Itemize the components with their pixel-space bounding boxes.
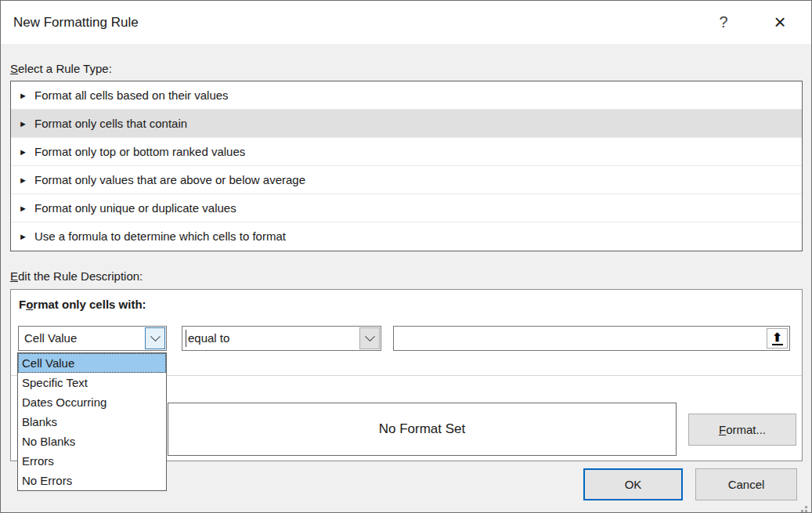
arrow-right-icon: ► bbox=[19, 139, 34, 166]
combobox-dropdown-button[interactable] bbox=[359, 327, 380, 349]
dropdown-option-errors[interactable]: Errors bbox=[18, 451, 166, 471]
arrow-right-icon: ► bbox=[19, 195, 34, 222]
rule-type-item-above-below-avg[interactable]: ►Format only values that are above or be… bbox=[11, 166, 802, 194]
title-bar: New Formatting Rule ? × bbox=[1, 1, 811, 44]
chevron-down-icon bbox=[150, 331, 161, 341]
close-icon: × bbox=[774, 10, 785, 34]
arrow-right-icon: ► bbox=[19, 110, 34, 138]
collapse-dialog-button[interactable]: ⬆ bbox=[767, 328, 788, 349]
operator-combobox[interactable]: equal to bbox=[182, 326, 381, 351]
text-caret bbox=[186, 330, 186, 347]
dropdown-option-blanks[interactable]: Blanks bbox=[18, 412, 166, 432]
rule-type-item-cells-values[interactable]: ►Format all cells based on their values bbox=[11, 81, 802, 110]
dropdown-option-cell-value[interactable]: Cell Value bbox=[18, 353, 166, 373]
rule-type-item-top-bottom[interactable]: ►Format only top or bottom ranked values bbox=[11, 138, 802, 166]
rule-type-item-formula[interactable]: ►Use a formula to determine which cells … bbox=[11, 222, 802, 251]
format-button[interactable]: Format... bbox=[688, 414, 796, 446]
dropdown-option-dates-occurring[interactable]: Dates Occurring bbox=[18, 392, 166, 412]
select-rule-type-label: Select a Rule Type: bbox=[10, 62, 112, 75]
dropdown-option-specific-text[interactable]: Specific Text bbox=[18, 373, 166, 392]
rule-value-input[interactable]: ⬆ bbox=[393, 326, 790, 351]
combobox-dropdown-button[interactable] bbox=[145, 327, 165, 349]
rule-type-list: ►Format all cells based on their values … bbox=[10, 81, 803, 251]
resize-grip[interactable] bbox=[805, 506, 807, 508]
rule-type-item-unique-duplicate[interactable]: ►Format only unique or duplicate values bbox=[11, 194, 802, 222]
collapse-dialog-icon-bar bbox=[772, 344, 783, 345]
cell-value-dropdown-list: Cell Value Specific Text Dates Occurring… bbox=[17, 352, 167, 491]
cell-value-type-combobox[interactable]: Cell Value bbox=[18, 326, 167, 351]
collapse-dialog-icon: ⬆ bbox=[772, 332, 782, 343]
dropdown-option-no-blanks[interactable]: No Blanks bbox=[18, 432, 166, 451]
combobox-value: Cell Value bbox=[24, 327, 77, 350]
help-icon: ? bbox=[719, 13, 727, 31]
chevron-down-icon bbox=[365, 331, 375, 341]
ok-button[interactable]: OK bbox=[583, 468, 683, 500]
combobox-value: equal to bbox=[188, 327, 229, 350]
preview-text: No Format Set bbox=[379, 421, 466, 437]
arrow-right-icon: ► bbox=[19, 223, 34, 251]
cancel-button[interactable]: Cancel bbox=[695, 468, 797, 500]
dialog-title: New Formatting Rule bbox=[13, 1, 139, 44]
rule-type-item-cells-contain[interactable]: ►Format only cells that contain bbox=[11, 110, 802, 138]
new-formatting-rule-dialog: New Formatting Rule ? × Select a Rule Ty… bbox=[0, 0, 812, 513]
help-button[interactable]: ? bbox=[706, 1, 741, 44]
close-button[interactable]: × bbox=[763, 1, 797, 44]
format-preview-box: No Format Set bbox=[168, 403, 677, 456]
edit-rule-description-label: Edit the Rule Description: bbox=[10, 269, 143, 283]
arrow-right-icon: ► bbox=[19, 167, 34, 194]
format-only-cells-with-label: Format only cells with: bbox=[19, 298, 146, 311]
arrow-right-icon: ► bbox=[19, 82, 34, 110]
dropdown-option-no-errors[interactable]: No Errors bbox=[18, 471, 166, 490]
